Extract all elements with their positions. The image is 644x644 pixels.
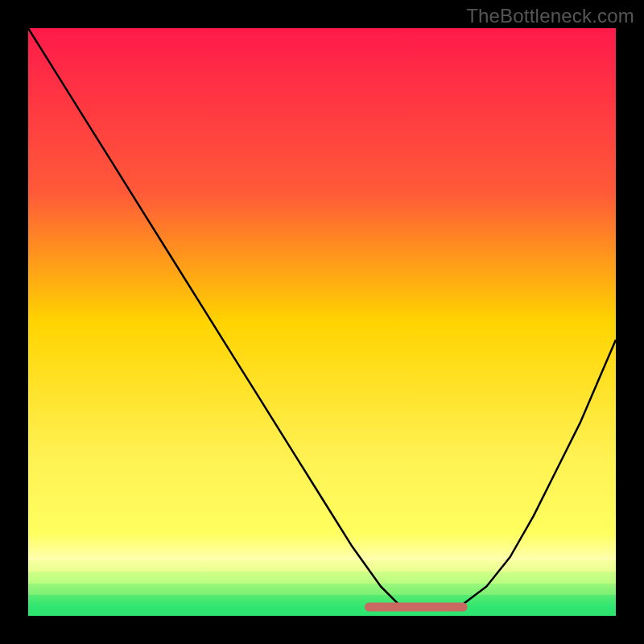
chart-frame: TheBottleneck.com (0, 0, 644, 644)
watermark-text: TheBottleneck.com (466, 5, 634, 27)
bottleneck-chart (0, 0, 644, 644)
